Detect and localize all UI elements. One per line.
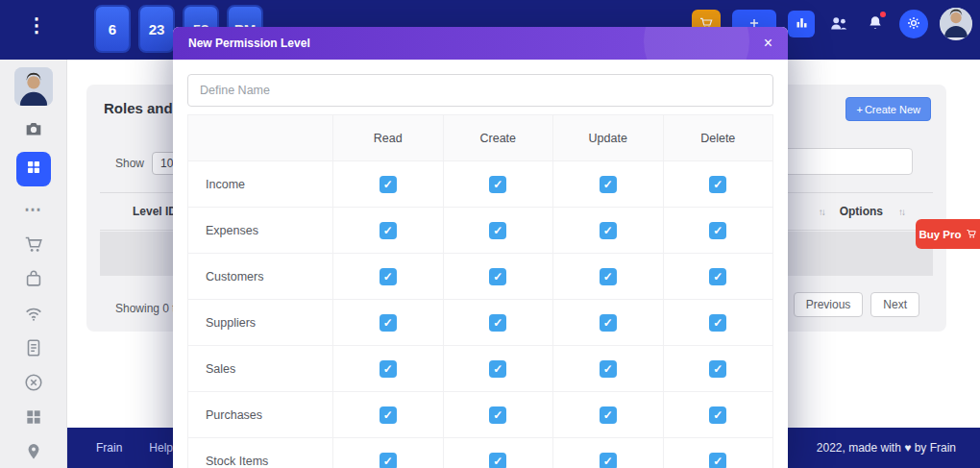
checkbox-update[interactable]: ✓ (600, 406, 617, 424)
column-header-blank (188, 115, 332, 161)
check-icon: ✓ (603, 455, 613, 468)
checkbox-delete[interactable]: ✓ (709, 268, 726, 285)
check-icon: ✓ (383, 178, 393, 191)
create-new-button[interactable]: + Create New (845, 97, 931, 121)
permission-row-label: Expenses (188, 208, 332, 254)
check-icon: ✓ (383, 362, 393, 376)
sort-icon[interactable]: ↑↓ (819, 207, 824, 217)
check-icon: ✓ (493, 362, 502, 376)
footer-copyright: 2022, made with ♥ by Frain (817, 441, 956, 455)
checkbox-read[interactable]: ✓ (380, 314, 397, 332)
settings-button[interactable] (899, 10, 928, 38)
checkbox-create[interactable]: ✓ (489, 406, 506, 424)
check-icon: ✓ (383, 224, 393, 237)
check-icon: ✓ (603, 224, 613, 237)
plus-icon: + (856, 104, 862, 115)
checkbox-delete[interactable]: ✓ (709, 314, 726, 332)
modal-body: Read Create Update Delete Income ✓ ✓ ✓ ✓… (173, 60, 788, 468)
checkbox-delete[interactable]: ✓ (709, 406, 726, 424)
checkbox-create[interactable]: ✓ (489, 176, 506, 193)
location-pin-icon[interactable] (22, 440, 45, 463)
checkbox-read[interactable]: ✓ (380, 268, 397, 285)
previous-page-button[interactable]: Previous (794, 292, 864, 317)
gear-icon (906, 15, 921, 34)
permission-row-label: Suppliers (188, 300, 332, 346)
notifications-button[interactable] (863, 10, 888, 38)
page-title: Roles and (104, 100, 173, 116)
camera-icon[interactable] (22, 117, 45, 140)
checkbox-read[interactable]: ✓ (380, 176, 397, 193)
bag-icon[interactable] (22, 267, 45, 290)
column-header-options: Options (840, 205, 883, 218)
check-icon: ✓ (493, 455, 502, 468)
user-avatar[interactable] (940, 8, 972, 40)
close-circle-icon[interactable] (22, 371, 45, 394)
define-name-input[interactable] (187, 74, 773, 107)
checkbox-delete[interactable]: ✓ (709, 222, 726, 239)
footer-links: Frain Help (96, 441, 173, 455)
checkbox-update[interactable]: ✓ (600, 360, 617, 378)
windows-grid-icon[interactable] (22, 406, 45, 429)
close-icon[interactable]: × (764, 36, 772, 51)
check-icon: ✓ (713, 270, 723, 283)
column-header-level-id: Level ID (133, 205, 177, 218)
document-icon[interactable] (22, 336, 45, 359)
showing-entries-text: Showing 0 to (115, 302, 182, 315)
permission-row-sales: Sales ✓ ✓ ✓ ✓ (188, 346, 772, 392)
permission-row-label: Sales (188, 346, 332, 392)
checkbox-read[interactable]: ✓ (380, 222, 397, 239)
permissions-table: Read Create Update Delete Income ✓ ✓ ✓ ✓… (187, 114, 773, 468)
permissions-header-row: Read Create Update Delete (188, 115, 772, 161)
clock-hour-box: 6 (94, 5, 131, 53)
checkbox-create[interactable]: ✓ (489, 222, 506, 239)
permission-row-label: Purchases (188, 392, 332, 438)
cart-sidebar-icon[interactable] (22, 233, 45, 256)
next-page-button[interactable]: Next (870, 292, 919, 317)
wifi-icon[interactable] (22, 302, 45, 325)
checkbox-update[interactable]: ✓ (600, 176, 617, 193)
sidebar-item-roles-active[interactable] (16, 152, 51, 186)
checkbox-create[interactable]: ✓ (489, 453, 506, 468)
check-icon: ✓ (713, 362, 723, 376)
checkbox-update[interactable]: ✓ (600, 268, 617, 285)
checkbox-create[interactable]: ✓ (489, 360, 506, 378)
checkbox-delete[interactable]: ✓ (709, 360, 726, 378)
permission-row-stock-items: Stock Items ✓ ✓ ✓ ✓ (188, 438, 772, 468)
checkbox-read[interactable]: ✓ (380, 360, 397, 378)
sidebar-profile-photo[interactable] (14, 67, 53, 106)
cart-icon (966, 228, 977, 241)
buy-pro-button[interactable]: Buy Pro (916, 219, 980, 249)
checkbox-create[interactable]: ✓ (489, 268, 506, 285)
check-icon: ✓ (603, 408, 613, 422)
sidebar: ⋯ (0, 60, 67, 468)
checkbox-update[interactable]: ✓ (600, 314, 617, 332)
check-icon: ✓ (383, 455, 393, 468)
footer-link-help[interactable]: Help (149, 441, 173, 455)
permission-row-expenses: Expenses ✓ ✓ ✓ ✓ (188, 208, 772, 254)
create-new-label: Create New (865, 104, 920, 115)
menu-dots-icon[interactable]: ⋮ (27, 15, 46, 35)
checkbox-create[interactable]: ✓ (489, 314, 506, 332)
checkbox-delete[interactable]: ✓ (709, 176, 726, 193)
permission-row-purchases: Purchases ✓ ✓ ✓ ✓ (188, 392, 772, 438)
footer-link-frain[interactable]: Frain (96, 441, 122, 455)
checkbox-update[interactable]: ✓ (600, 222, 617, 239)
checkbox-delete[interactable]: ✓ (709, 453, 726, 468)
chart-button[interactable] (788, 11, 815, 37)
clock-hour: 6 (109, 21, 116, 37)
check-icon: ✓ (493, 270, 502, 283)
show-label: Show (115, 157, 144, 170)
check-icon: ✓ (493, 178, 502, 191)
column-header-delete: Delete (663, 115, 773, 161)
check-icon: ✓ (603, 178, 613, 191)
checkbox-read[interactable]: ✓ (380, 453, 397, 468)
sort-icon[interactable]: ↑↓ (898, 207, 904, 217)
column-header-update: Update (552, 115, 663, 161)
check-icon: ✓ (713, 408, 723, 422)
checkbox-update[interactable]: ✓ (600, 453, 617, 468)
checkbox-read[interactable]: ✓ (380, 406, 397, 424)
check-icon: ✓ (713, 224, 723, 237)
more-ellipsis-icon[interactable]: ⋯ (22, 198, 45, 221)
avatar-photo-icon (940, 8, 972, 40)
users-button[interactable] (826, 10, 851, 38)
